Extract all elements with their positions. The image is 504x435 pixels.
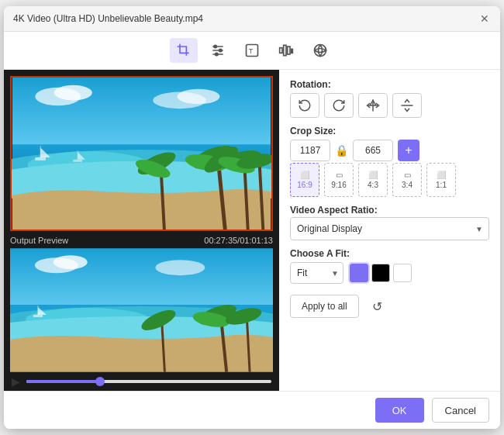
svg-point-3 [214, 45, 216, 47]
preview-top-image [12, 78, 271, 230]
crop-size-inputs: 🔒 + [290, 140, 489, 161]
rotate-ccw-button[interactable] [290, 93, 319, 118]
progress-fill [26, 380, 100, 383]
aspect-select-wrapper: Original Display 16:9 4:3 1:1 ▼ [290, 217, 489, 240]
flip-h-button[interactable] [358, 93, 388, 118]
crop-icon [176, 43, 192, 58]
apply-to-all-button[interactable]: Apply to all [290, 295, 359, 318]
toolbar-audio-button[interactable] [272, 38, 300, 63]
reset-button[interactable]: ↺ [367, 295, 388, 317]
toolbar-effects-button[interactable] [306, 38, 334, 63]
svg-rect-10 [288, 47, 290, 54]
ratio-4-3-label: 4:3 [368, 181, 378, 189]
left-panel: Output Preview 00:27:35/01:01:13 [4, 70, 279, 391]
ratio-3-4-label: 3:4 [402, 181, 413, 189]
choose-fit-controls: Fit Stretch Crop ▼ [290, 262, 489, 284]
main-window: 4K Video (Ultra HD) Unbelievable Beauty.… [4, 6, 500, 429]
sliders-icon [210, 43, 226, 58]
right-panel: Rotation: [279, 70, 500, 391]
preview-bottom-area [10, 248, 273, 372]
crop-width-input[interactable] [290, 140, 330, 161]
color-swatches [350, 264, 412, 282]
flip-h-icon [366, 98, 380, 112]
crop-size-label: Crop Size: [290, 126, 489, 136]
main-content: Output Preview 00:27:35/01:01:13 [4, 70, 500, 391]
ratio-9-16-label: 9:16 [331, 181, 346, 189]
title-bar: 4K Video (Ultra HD) Unbelievable Beauty.… [4, 6, 500, 32]
rotate-ccw-icon [298, 98, 312, 112]
crop-size-section: Crop Size: 🔒 + ⬜ 16:9 ▭ 9:16 [290, 126, 489, 197]
ratio-9-16-button[interactable]: ▭ 9:16 [324, 163, 354, 197]
color-swatch-white[interactable] [393, 264, 412, 282]
rotate-cw-icon [332, 98, 346, 112]
text-icon: T [244, 43, 260, 58]
aspect-ratio-buttons: ⬜ 16:9 ▭ 9:16 ⬜ 4:3 ▭ 3:4 [290, 163, 489, 197]
ratio-4-3-button[interactable]: ⬜ 4:3 [358, 163, 388, 197]
rotation-buttons [290, 93, 489, 118]
svg-rect-34 [35, 157, 46, 161]
close-button[interactable]: ✕ [478, 12, 491, 25]
toolbar: T [4, 32, 500, 70]
svg-point-17 [178, 89, 220, 105]
window-title: 4K Video (Ultra HD) Unbelievable Beauty.… [13, 13, 203, 24]
rotate-cw-button[interactable] [324, 93, 354, 118]
fit-select[interactable]: Fit Stretch Crop [290, 262, 343, 284]
flip-v-icon [400, 98, 414, 112]
video-aspect-section: Video Aspect Ratio: Original Display 16:… [290, 205, 489, 240]
flip-v-button[interactable] [392, 93, 422, 118]
svg-rect-8 [280, 48, 282, 54]
svg-rect-37 [73, 160, 82, 162]
svg-point-42 [54, 255, 88, 269]
ratio-3-4-button[interactable]: ▭ 3:4 [392, 163, 422, 197]
video-aspect-label: Video Aspect Ratio: [290, 205, 489, 216]
preview-bottom-image [10, 248, 273, 372]
svg-point-5 [216, 53, 218, 55]
output-preview-label: Output Preview [10, 236, 68, 245]
svg-rect-13 [12, 78, 271, 146]
playback-bar: ▶ [10, 372, 273, 391]
cancel-button[interactable]: Cancel [432, 398, 489, 423]
timestamp-label: 00:27:35/01:01:13 [204, 236, 273, 245]
rotation-section: Rotation: [290, 79, 489, 118]
play-button[interactable]: ▶ [12, 375, 20, 388]
aspect-ratio-select[interactable]: Original Display 16:9 4:3 1:1 [290, 217, 489, 240]
rotation-label: Rotation: [290, 79, 489, 90]
svg-rect-40 [10, 248, 273, 306]
ok-button[interactable]: OK [375, 398, 424, 423]
lock-icon: 🔒 [335, 144, 348, 157]
color-swatch-purple[interactable] [350, 264, 368, 282]
ratio-1-1-label: 1:1 [436, 181, 447, 189]
choose-fit-label: Choose A Fit: [290, 248, 489, 259]
color-swatch-black[interactable] [371, 264, 390, 282]
audio-icon [278, 43, 294, 58]
progress-handle[interactable] [95, 377, 105, 386]
toolbar-crop-button[interactable] [170, 38, 198, 63]
toolbar-enhance-button[interactable] [204, 38, 232, 63]
svg-rect-9 [284, 45, 286, 55]
svg-text:T: T [249, 47, 254, 55]
svg-point-15 [54, 85, 92, 101]
preview-top-area [10, 76, 273, 231]
ratio-16-9-label: 16:9 [297, 181, 312, 189]
ratio-1-1-button[interactable]: ⬜ 1:1 [426, 163, 456, 197]
fit-select-wrapper: Fit Stretch Crop ▼ [290, 262, 343, 284]
svg-point-4 [219, 49, 222, 51]
preview-labels: Output Preview 00:27:35/01:01:13 [10, 234, 273, 247]
effects-icon [312, 43, 328, 58]
ratio-16-9-button[interactable]: ⬜ 16:9 [290, 163, 319, 197]
progress-bar[interactable] [26, 380, 271, 383]
choose-fit-section: Choose A Fit: Fit Stretch Crop ▼ [290, 248, 489, 284]
svg-rect-55 [33, 315, 43, 317]
svg-point-43 [155, 260, 205, 275]
svg-rect-11 [292, 49, 293, 53]
footer: OK Cancel [4, 391, 500, 429]
add-crop-button[interactable]: + [398, 140, 419, 161]
crop-height-input[interactable] [353, 140, 393, 161]
svg-point-12 [315, 45, 326, 57]
toolbar-text-button[interactable]: T [238, 38, 266, 63]
apply-row: Apply to all ↺ [290, 295, 489, 318]
